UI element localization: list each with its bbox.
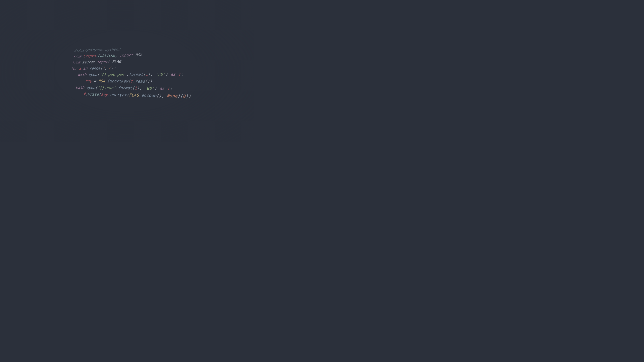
code-token: =	[92, 79, 99, 83]
code-token: secret	[82, 60, 95, 64]
code-token: )	[154, 86, 160, 91]
code-token: for	[70, 66, 80, 70]
code-token: key	[100, 92, 108, 97]
code-token: from	[72, 60, 83, 64]
code-token: with	[78, 72, 89, 77]
code-token: )	[165, 72, 170, 77]
code-token: import	[117, 53, 136, 58]
code-token: importKey	[107, 79, 128, 83]
code-token: import	[94, 60, 112, 64]
code-token: None	[167, 93, 178, 98]
code-token: ),	[137, 86, 144, 90]
code-token: f	[167, 86, 170, 91]
code-token: encode	[141, 93, 156, 98]
code-token: ):	[111, 66, 116, 70]
code-token: Crypto	[83, 54, 96, 58]
code-token: #!/usr/bin/env python3	[74, 47, 120, 53]
code-token: 0	[183, 94, 186, 99]
code-token: in	[81, 66, 90, 70]
code-token: as	[170, 72, 178, 77]
code-token: from	[73, 54, 84, 58]
code-token: RSA	[135, 53, 142, 57]
code-token: encrypt	[110, 92, 127, 97]
code-token: )[	[177, 94, 183, 99]
code-token: f	[178, 72, 181, 77]
code-token: (),	[156, 93, 167, 98]
code-token: '{}.pub.pem'	[99, 72, 127, 77]
code-token: ,	[104, 66, 109, 70]
python-code-block: #!/usr/bin/env python3from Crypto.Public…	[66, 44, 192, 100]
code-token: as	[159, 86, 167, 91]
code-token: key	[85, 79, 92, 83]
code-token: FLAG	[112, 59, 121, 64]
code-line: with open('{}.pub.pem'.format(i), 'rb') …	[69, 71, 192, 78]
code-token: with	[76, 85, 87, 90]
code-token: ),	[148, 72, 156, 77]
code-token: :	[170, 86, 172, 91]
code-token: write	[88, 92, 99, 97]
code-token: open	[88, 72, 98, 77]
code-token: FLAG	[129, 93, 139, 97]
code-token: '{}.enc'	[97, 85, 116, 90]
code-token: ])	[186, 94, 191, 99]
code-token: open	[86, 85, 96, 90]
code-token: read	[135, 79, 145, 84]
code-token: 'wb'	[144, 86, 154, 91]
code-token: RSA	[98, 79, 105, 83]
code-token: range	[89, 66, 100, 70]
code-wallpaper-scene: #!/usr/bin/env python3from Crypto.Public…	[0, 0, 254, 142]
code-token: :	[181, 72, 184, 77]
code-token: 'rb'	[155, 72, 166, 77]
code-token: ())	[145, 79, 152, 84]
code-token: PublicKey	[98, 53, 118, 58]
code-token: format	[128, 72, 143, 77]
code-token: format	[118, 86, 132, 90]
